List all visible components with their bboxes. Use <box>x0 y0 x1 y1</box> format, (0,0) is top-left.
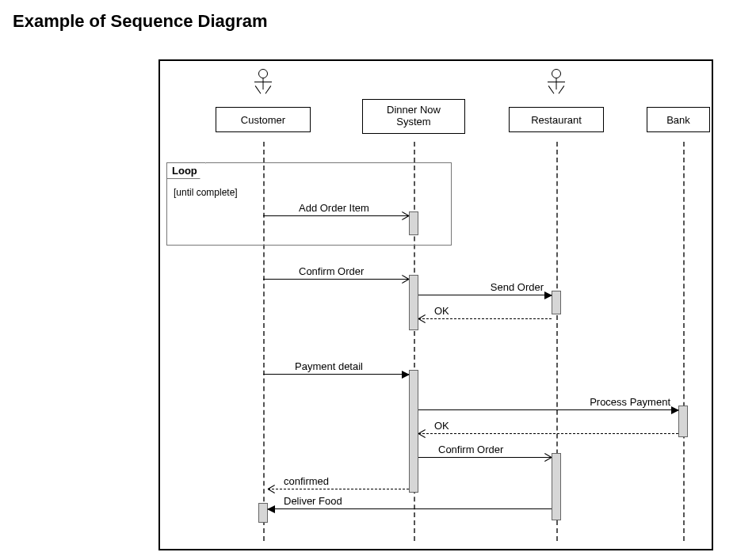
message-label: OK <box>434 305 449 317</box>
lifeline-label: Bank <box>666 114 690 126</box>
page-title: Example of Sequence Diagram <box>13 11 268 32</box>
message-process-payment: Process Payment <box>418 409 678 410</box>
message-label: Confirm Order <box>299 265 364 277</box>
activation-bar <box>678 406 688 437</box>
lifeline-label: Dinner Now <box>387 105 441 116</box>
message-add-order-item: Add Order Item <box>263 215 409 216</box>
actor-icon <box>544 69 568 105</box>
activation-bar <box>552 291 561 314</box>
message-payment-detail: Payment detail <box>263 374 409 375</box>
message-label: Add Order Item <box>299 202 369 214</box>
arrowhead-icon <box>418 430 426 438</box>
message-label: Process Payment <box>590 396 670 408</box>
message-confirm-order: Confirm Order <box>263 279 409 280</box>
arrowhead-icon <box>268 486 276 493</box>
message-label: Send Order <box>491 281 544 293</box>
lifeline-label: Restaurant <box>531 114 582 126</box>
message-confirmed: confirmed <box>268 489 409 489</box>
message-deliver-food: Deliver Food <box>268 508 552 509</box>
activation-bar <box>552 453 561 520</box>
activation-bar <box>409 370 418 493</box>
lifeline-bank: Bank <box>647 107 710 132</box>
fragment-guard: [until complete] <box>174 187 238 198</box>
arrowhead-icon <box>267 505 275 513</box>
message-label: Confirm Order <box>438 444 503 455</box>
fragment-operator: Loop <box>166 162 206 179</box>
lifeline-label: System <box>396 116 430 128</box>
arrowhead-icon <box>401 276 409 284</box>
lifeline-label: Customer <box>241 114 285 126</box>
lifeline-restaurant: Restaurant <box>509 107 604 132</box>
lifeline-system: Dinner Now System <box>362 99 465 134</box>
message-ok: OK <box>418 318 552 319</box>
message-label: Deliver Food <box>284 495 342 507</box>
arrowhead-icon <box>402 371 410 379</box>
arrowhead-icon <box>401 212 409 220</box>
activation-bar <box>409 211 418 235</box>
arrowhead-icon <box>671 406 679 414</box>
message-label: confirmed <box>284 475 329 487</box>
activation-bar <box>409 275 418 330</box>
actor-icon <box>251 69 275 105</box>
message-label: OK <box>434 420 449 432</box>
message-send-order: Send Order <box>418 295 552 295</box>
lifeline-customer: Customer <box>216 107 311 132</box>
message-ok: OK <box>418 433 678 434</box>
message-confirm-order: Confirm Order <box>418 457 552 458</box>
arrowhead-icon <box>418 315 426 323</box>
lifeline-line <box>683 142 685 541</box>
message-label: Payment detail <box>295 360 363 372</box>
sequence-diagram: Customer Dinner Now System Restaurant Ba… <box>158 59 713 550</box>
arrowhead-icon <box>544 291 552 299</box>
arrowhead-icon <box>544 454 552 462</box>
